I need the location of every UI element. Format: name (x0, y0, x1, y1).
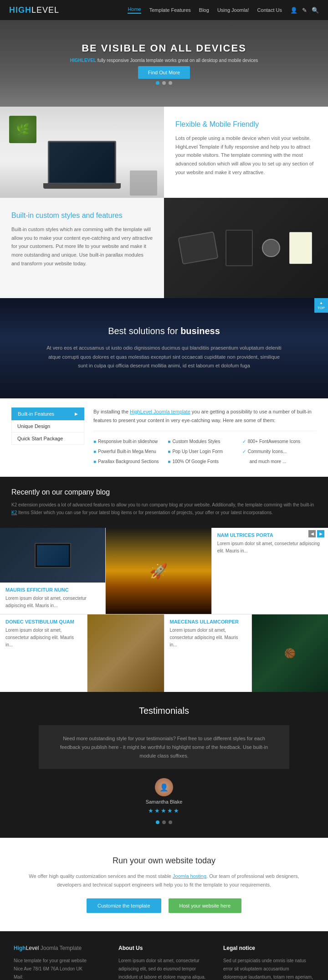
builtin-title: Built-in custom styles and features (11, 211, 153, 220)
test-dot-2[interactable] (162, 820, 166, 824)
features-link-quickstart[interactable]: Quick Start Package (12, 433, 84, 444)
badge-arrow: ▲ (318, 300, 325, 305)
hero-subtitle-text: fully responsive Joomla template works g… (97, 58, 258, 63)
features-col-1: ■Responsive built-in slideshow ■Powerful… (93, 438, 168, 468)
badge-text: TOP (318, 305, 325, 310)
logo[interactable]: HIGHLEVEL (9, 5, 59, 15)
hero-cta-button[interactable]: Find Out More (138, 66, 190, 79)
test-dot-3[interactable] (169, 820, 172, 824)
dot-1[interactable] (156, 81, 159, 85)
blog-item-1: MAURIS EFFICITUR NUNC Lorem ipsum dolor … (0, 528, 106, 614)
testimonials-box: Need more outstanding style for your tes… (39, 725, 289, 769)
testimonial-avatar: 👤 (155, 778, 173, 796)
check-icon-3: ■ (93, 458, 96, 466)
testimonial-dots (18, 820, 310, 824)
hero-subtitle: HIGHLEVEL fully responsive Joomla templa… (70, 58, 258, 63)
business-title: Best solutions for business (46, 326, 282, 336)
business-section: ▲ TOP Best solutions for business At ver… (0, 298, 328, 398)
hero-title: BE VISIBLE ON ALL DEVICES (70, 42, 258, 54)
blog-k2-link[interactable]: K2 (11, 510, 17, 515)
flexible-text: Flexible & Mobile Friendly Lots of peopl… (164, 107, 328, 198)
nav-blog[interactable]: Blog (199, 7, 209, 13)
twitter-icon-2: ✓ (242, 448, 246, 456)
blog-desc-text-2: Items Slider which you can use for your … (17, 510, 273, 515)
cta-hosting-link[interactable]: Joomla hosting (173, 873, 206, 879)
user-icon[interactable]: 👤 (290, 7, 297, 14)
features-link-unique[interactable]: Unique Design (12, 420, 84, 433)
hero-brand: HIGHLEVEL (70, 58, 96, 63)
feature-item-4: ■Custom Modules Styles (168, 438, 242, 446)
dot-2[interactable] (162, 81, 166, 85)
blog-desc-text-1: K2 extension provides a lot of advanced … (11, 502, 314, 507)
builtin-section: Built-in custom styles and features Buil… (0, 198, 328, 298)
check-icon-1: ■ (93, 438, 96, 446)
blog-item-1-text: MAURIS EFFICITUR NUNC Lorem ipsum dolor … (0, 583, 105, 614)
feature-item-2: ■Powerful Built-in Mega Menu (93, 448, 168, 456)
testimonials-intro: Need more outstanding style for your tes… (52, 734, 276, 760)
blog-next-button[interactable]: ▶ (317, 530, 324, 537)
test-dot-1[interactable] (156, 820, 159, 824)
plant-emoji: 🌿 (16, 123, 30, 136)
customize-button[interactable]: Customize the template (87, 898, 161, 913)
top-badge[interactable]: ▲ TOP (314, 298, 328, 313)
nav-template-features[interactable]: Template Features (149, 7, 191, 13)
footer-email-row: Mail: sales@highlevel.template (14, 973, 105, 980)
cta-description: We offer high quality customization serv… (18, 872, 310, 889)
shoe-1 (178, 232, 218, 265)
features-tab-active[interactable]: Built-in Features (11, 407, 84, 420)
footer-col1-title: HighLevel Joomla Template (14, 945, 105, 951)
cta-buttons: Customize the template Host your website… (18, 898, 310, 913)
footer-col3-title: Legal notice (223, 945, 314, 951)
testimonial-author: 👤 Samantha Blake ★★★★★ (18, 778, 310, 814)
search-icon[interactable]: 🔍 (312, 7, 319, 14)
blog-img-rocket: 🚀 (106, 528, 211, 614)
blog-item-4-title: DONEC VESTIBULUM QUAM (5, 619, 82, 624)
testimonial-stars: ★★★★★ (148, 807, 180, 814)
blog-row-2: DONEC VESTIBULUM QUAM Lorem ipsum dolor … (0, 614, 328, 692)
feature-item-6: ■100% Of Google Fonts (168, 458, 242, 466)
testimonials-section: Testimonials Need more outstanding style… (0, 692, 328, 838)
nav-home[interactable]: Home (128, 6, 141, 14)
footer-logo-high: High (14, 945, 26, 951)
flexible-section: 🌿 Flexible & Mobile Friendly Lots of peo… (0, 107, 328, 198)
sport-icon: 🏀 (284, 648, 296, 659)
blog-item-3-title: NAM ULTRICES PORTA (217, 532, 323, 538)
author-name: Samantha Blake (146, 799, 183, 805)
edit-icon[interactable]: ✎ (302, 7, 307, 14)
cta-title: Run your own website today (18, 856, 310, 866)
footer-col2-text: Lorem ipsum dolor sit amet, consectetur … (118, 957, 210, 980)
blog-section-header: Recently on our company blog K2 extensio… (0, 477, 328, 528)
blog-grid: ◀ ▶ MAURIS EFFICITUR NUNC Lorem ipsum do… (0, 528, 328, 692)
laptop-mini (35, 543, 71, 568)
hero-section: BE VISIBLE ON ALL DEVICES HIGHLEVEL full… (0, 20, 328, 107)
notebook (289, 232, 312, 264)
testimonials-title: Testimonials (18, 706, 310, 716)
blog-item-4-excerpt: Lorem ipsum dolor sit amet, consectetur … (5, 627, 82, 649)
footer-email-label: Mail: (14, 975, 23, 980)
flexible-description: Lots of people using a mobile device whe… (175, 134, 317, 176)
footer-col1-subtitle: Joomla Template (41, 945, 82, 951)
main-nav: Home Template Features Blog Using Joomla… (128, 6, 319, 14)
footer-tagline: Nice template for your great website (14, 957, 105, 965)
plant-icon: 🌿 (9, 116, 36, 143)
footer-col-about: About Us Lorem ipsum dolor sit amet, con… (118, 945, 210, 980)
host-button[interactable]: Host your website here (169, 898, 242, 913)
mug-icon (130, 170, 157, 196)
business-body: At vero eos et accusamus ut iusto odio d… (46, 344, 282, 371)
features-link-highlevel[interactable]: HighLevel Joomla template (130, 409, 190, 414)
laptop-screen (49, 142, 115, 183)
dot-3[interactable] (169, 81, 172, 85)
hero-dots (70, 81, 258, 85)
features-col-2: ■Custom Modules Styles ■Pop Up User Logi… (168, 438, 242, 468)
laptop-bg: 🌿 (0, 107, 164, 198)
blog-item-6: MAECENAS ULLAMCORPER Lorem ipsum dolor s… (164, 614, 252, 692)
footer-col3-text: Sed ut perspiciatis unde omnis iste natu… (223, 957, 314, 980)
blog-item-7: 🏀 (252, 614, 328, 692)
business-title-bold: business (180, 326, 220, 336)
blog-description: K2 extension provides a lot of advanced … (11, 501, 317, 516)
nav-contact-us[interactable]: Contact Us (257, 7, 282, 13)
nav-using-joomla[interactable]: Using Joomla! (217, 7, 249, 13)
features-sidebar-links: Unique Design Quick Start Package (11, 420, 84, 445)
blog-prev-button[interactable]: ◀ (308, 530, 316, 537)
features-sidebar: Built-in Features Unique Design Quick St… (11, 407, 84, 445)
